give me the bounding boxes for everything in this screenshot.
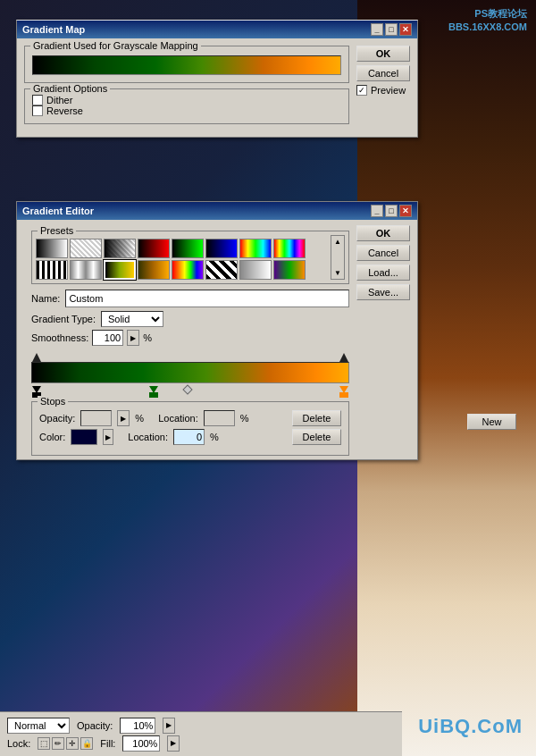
opacity-stepper[interactable]: ▶ (117, 410, 130, 426)
color-stops-row (32, 383, 348, 398)
color-stop-green[interactable] (149, 386, 158, 398)
smoothness-input[interactable] (92, 330, 123, 346)
lock-position-icon[interactable]: ⬚ (38, 737, 50, 750)
gradient-map-cancel-button[interactable]: Cancel (356, 65, 410, 81)
name-label: Name: (31, 293, 60, 304)
gradient-map-ok-button[interactable]: OK (356, 46, 410, 62)
titlebar-buttons: _ □ ✕ (371, 23, 412, 36)
scroll-up-icon[interactable]: ▲ (331, 238, 344, 246)
preview-checkbox[interactable]: ✓ (356, 85, 367, 96)
gradient-options-label: Gradient Options (30, 83, 110, 94)
presets-label: Presets (38, 225, 76, 236)
dither-checkbox[interactable] (32, 95, 43, 105)
maximize-button[interactable]: □ (385, 23, 398, 36)
smoothness-unit: % (143, 332, 152, 343)
minimize-button[interactable]: _ (371, 23, 383, 36)
preset-transparent[interactable] (70, 239, 102, 258)
preset-diagonal[interactable] (205, 260, 238, 280)
opacity-unit: % (135, 413, 144, 424)
opacity-stop-left[interactable] (32, 353, 41, 362)
color-location-input[interactable] (173, 429, 205, 445)
stops-section: Stops Opacity: ▶ % Location: % Delete (31, 401, 349, 456)
color-location-unit: % (210, 432, 219, 442)
midpoint-diamond[interactable] (182, 384, 192, 394)
opacity-stop-right[interactable] (339, 353, 348, 362)
opacity-location-label: Location: (158, 413, 198, 424)
preset-cursor[interactable]: Violet, Green, Orange (104, 260, 136, 280)
delete-opacity-button[interactable]: Delete (292, 410, 341, 426)
type-row: Gradient Type: Solid Noise (31, 311, 349, 327)
editor-right-buttons: OK Cancel Load... Save... (356, 225, 410, 459)
preset-red[interactable] (138, 239, 170, 258)
delete-color-button[interactable]: Delete (292, 429, 341, 445)
opacity-input[interactable] (80, 410, 112, 426)
color-stop-preview[interactable] (71, 429, 97, 445)
lock-fill-row: Lock: ⬚ ✏ ✛ 🔒 Fill: ▶ (7, 735, 395, 752)
gradient-editor-dialog: Gradient Editor _ □ ✕ Presets (16, 201, 418, 460)
new-button-container: New (467, 414, 516, 430)
gradient-map-buttons: OK Cancel ✓ Preview (356, 46, 410, 130)
preset-orange[interactable] (138, 260, 170, 280)
presets-container: Violet, Green, Orange ▲ ▼ (36, 235, 345, 280)
preset-vgo[interactable] (273, 260, 306, 280)
editor-load-button[interactable]: Load... (356, 265, 410, 281)
fill-label: Fill: (100, 738, 115, 749)
name-input[interactable] (65, 290, 349, 307)
gradient-map-title: Gradient Map (22, 24, 85, 35)
presets-scrollbar[interactable]: ▲ ▼ (331, 235, 345, 280)
fill-stepper[interactable]: ▶ (167, 735, 180, 752)
preset-stripe[interactable] (36, 260, 68, 280)
opacity-stops-row (32, 349, 348, 362)
reverse-checkbox[interactable] (32, 105, 43, 116)
lock-pixel-icon[interactable]: ✏ (52, 737, 64, 750)
gradient-used-group: Gradient Used for Grayscale Mapping (24, 46, 349, 83)
preset-rainbow2[interactable] (172, 260, 204, 280)
editor-minimize-button[interactable]: _ (371, 205, 383, 217)
preset-blue[interactable] (205, 239, 238, 258)
opacity-location-input[interactable] (204, 410, 235, 426)
gradient-editor-titlebar: Gradient Editor _ □ ✕ (17, 202, 417, 220)
gradient-bar-area (31, 349, 349, 398)
gradient-map-dialog: Gradient Map _ □ ✕ Gradient Used for Gra… (16, 20, 418, 138)
gradient-main-bar[interactable] (31, 362, 349, 383)
gradient-map-titlebar: Gradient Map _ □ ✕ (17, 21, 417, 38)
smoothness-stepper[interactable]: ▶ (127, 330, 139, 346)
fill-input[interactable] (122, 735, 160, 752)
close-button[interactable]: ✕ (399, 23, 412, 36)
opacity-toolbar-stepper[interactable]: ▶ (163, 718, 175, 734)
preset-rb[interactable] (239, 239, 272, 258)
preset-black-transparent[interactable] (104, 239, 136, 258)
editor-ok-button[interactable]: OK (356, 225, 410, 241)
preset-chrome[interactable] (70, 260, 102, 280)
editor-body: Presets Violet, Green, (17, 220, 417, 459)
editor-cancel-button[interactable]: Cancel (356, 245, 410, 261)
color-stop-orange[interactable] (339, 386, 348, 398)
preset-green[interactable] (172, 239, 204, 258)
name-row: Name: (31, 290, 349, 307)
presets-grid: Violet, Green, Orange (36, 235, 331, 280)
new-button[interactable]: New (467, 414, 516, 430)
preset-gray[interactable] (239, 260, 272, 280)
editor-main-left: Presets Violet, Green, (24, 225, 356, 459)
gradient-map-content: Gradient Used for Grayscale Mapping Grad… (17, 38, 417, 137)
gradient-preview-bar[interactable] (32, 55, 341, 75)
editor-close-button[interactable]: ✕ (399, 205, 412, 217)
opacity-toolbar-label: Opacity: (77, 720, 113, 731)
opacity-label: Opacity: (39, 413, 75, 424)
color-arrow-button[interactable]: ▶ (103, 429, 113, 445)
scroll-down-icon[interactable]: ▼ (331, 269, 344, 277)
lock-all-icon[interactable]: 🔒 (80, 737, 93, 750)
blend-mode-select[interactable]: Normal (7, 718, 70, 734)
lock-move-icon[interactable]: ✛ (66, 737, 79, 750)
opacity-toolbar-input[interactable] (120, 718, 155, 734)
preset-bw[interactable] (36, 239, 68, 258)
editor-maximize-button[interactable]: □ (385, 205, 398, 217)
lock-label: Lock: (7, 738, 30, 749)
bottom-toolbar: Normal Opacity: ▶ Lock: ⬚ ✏ ✛ 🔒 Fill: ▶ (0, 711, 402, 756)
editor-save-button[interactable]: Save... (356, 284, 410, 300)
gradient-type-select[interactable]: Solid Noise (101, 311, 163, 327)
preset-spectrum[interactable] (273, 239, 306, 258)
gradient-options-group: Gradient Options Dither Reverse (24, 88, 349, 124)
opacity-location-unit: % (240, 413, 249, 424)
blend-mode-row: Normal Opacity: ▶ (7, 718, 395, 734)
